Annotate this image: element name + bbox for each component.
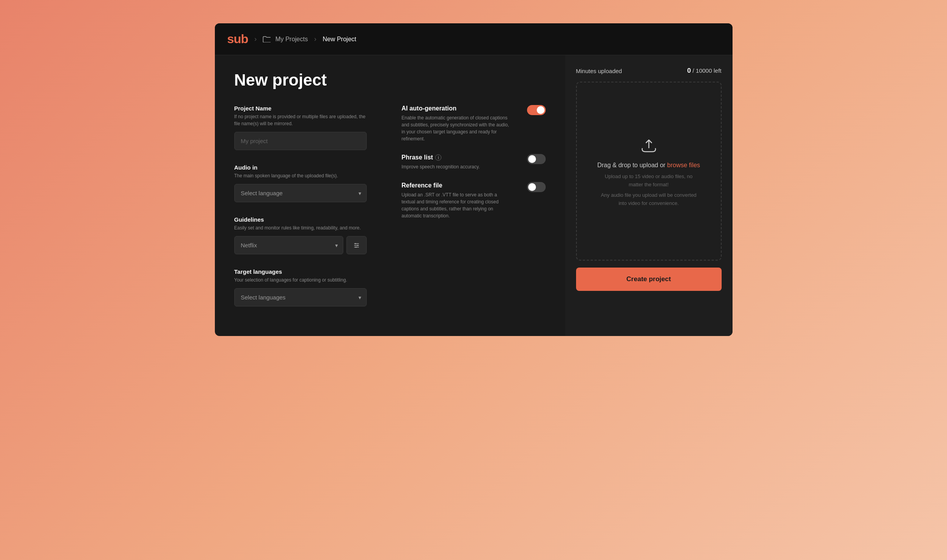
guidelines-desc: Easily set and monitor rules like timing… xyxy=(234,224,367,231)
ai-autogeneration-title: AI auto-generation xyxy=(402,105,511,112)
ai-autogeneration-text: AI auto-generation Enable the automatic … xyxy=(402,105,511,142)
form-left-col: Project Name If no project name is provi… xyxy=(234,105,378,320)
logo: sub xyxy=(227,32,248,46)
browse-files-link[interactable]: browse files xyxy=(667,162,700,168)
svg-point-3 xyxy=(355,243,356,244)
reference-file-header: Reference file Upload an .SRT or .VTT fi… xyxy=(402,182,546,219)
upload-prompt: Drag & drop to upload or xyxy=(597,162,665,168)
minutes-value: 0 / 10000 left xyxy=(687,67,722,75)
reference-file-text: Reference file Upload an .SRT or .VTT fi… xyxy=(402,182,511,219)
guidelines-select-wrapper: Netflix Custom None ▾ xyxy=(234,236,343,254)
form-columns: Project Name If no project name is provi… xyxy=(234,105,546,320)
main-content: New project Project Name If no project n… xyxy=(215,55,733,336)
audio-in-section: Audio in The main spoken language of the… xyxy=(234,164,378,202)
target-languages-section: Target languages Your selection of langu… xyxy=(234,268,378,306)
breadcrumb-separator-2: › xyxy=(314,35,316,43)
reference-file-toggle[interactable] xyxy=(527,182,546,192)
ai-settings-col: AI auto-generation Enable the automatic … xyxy=(402,105,546,320)
audio-in-label: Audio in xyxy=(234,164,378,171)
reference-file-section: Reference file Upload an .SRT or .VTT fi… xyxy=(402,182,546,219)
audio-in-select-wrapper: Select language ▾ xyxy=(234,184,367,202)
left-panel: New project Project Name If no project n… xyxy=(215,55,565,336)
guidelines-section: Guidelines Easily set and monitor rules … xyxy=(234,216,378,254)
phrase-list-section: Phrase list i Improve speech recognition… xyxy=(402,154,546,170)
project-name-input[interactable] xyxy=(234,132,367,150)
minutes-label: Minutes uploaded xyxy=(576,68,622,74)
minutes-total: 10000 xyxy=(696,67,712,74)
breadcrumb-separator: › xyxy=(254,35,257,43)
svg-point-5 xyxy=(355,247,357,248)
target-languages-desc: Your selection of languages for captioni… xyxy=(234,276,367,284)
phrase-list-toggle[interactable] xyxy=(527,154,546,164)
my-projects-link[interactable]: My Projects xyxy=(275,36,308,43)
svg-point-4 xyxy=(357,245,358,246)
guidelines-select[interactable]: Netflix Custom None xyxy=(234,236,343,254)
settings-icon xyxy=(353,242,360,249)
phrase-list-info-icon[interactable]: i xyxy=(435,154,441,161)
toggle-slider xyxy=(527,105,546,115)
upload-icon xyxy=(638,135,659,156)
minutes-row: Minutes uploaded 0 / 10000 left xyxy=(576,67,722,75)
ai-autogeneration-section: AI auto-generation Enable the automatic … xyxy=(402,105,546,142)
target-languages-label: Target languages xyxy=(234,268,378,275)
folder-icon xyxy=(263,36,271,42)
upload-desc-line1: Upload up to 15 video or audio files, no… xyxy=(598,173,699,189)
phrase-list-slider xyxy=(527,154,546,164)
minutes-sep: / xyxy=(692,67,696,74)
target-languages-select-wrapper: Select languages ▾ xyxy=(234,288,367,306)
phrase-list-header: Phrase list i Improve speech recognition… xyxy=(402,154,546,170)
phrase-list-text: Phrase list i Improve speech recognition… xyxy=(402,154,480,170)
create-project-button[interactable]: Create project xyxy=(576,268,722,291)
upload-zone[interactable]: Drag & drop to upload or browse files Up… xyxy=(576,82,722,261)
phrase-list-desc: Improve speech recognition accuracy. xyxy=(402,163,480,170)
guidelines-row: Netflix Custom None ▾ xyxy=(234,236,378,254)
audio-in-desc: The main spoken language of the uploaded… xyxy=(234,172,367,179)
reference-file-desc: Upload an .SRT or .VTT file to serve as … xyxy=(402,191,511,219)
upload-desc-line2: Any audio file you upload will be conver… xyxy=(598,191,699,208)
target-languages-select[interactable]: Select languages xyxy=(234,288,367,306)
project-name-label: Project Name xyxy=(234,105,378,112)
minutes-left: left xyxy=(713,67,721,74)
project-name-desc: If no project name is provided or multip… xyxy=(234,113,367,127)
minutes-current: 0 xyxy=(687,67,691,74)
reference-file-title: Reference file xyxy=(402,182,511,189)
page-title: New project xyxy=(234,71,546,89)
phrase-list-title: Phrase list i xyxy=(402,154,480,161)
ai-autogeneration-desc: Enable the automatic generation of close… xyxy=(402,114,511,142)
current-page-label: New Project xyxy=(323,36,356,43)
ai-autogeneration-header: AI auto-generation Enable the automatic … xyxy=(402,105,546,142)
audio-in-select[interactable]: Select language xyxy=(234,184,367,202)
nav-bar: sub › My Projects › New Project xyxy=(215,23,733,55)
right-panel: Minutes uploaded 0 / 10000 left xyxy=(565,55,733,336)
project-name-section: Project Name If no project name is provi… xyxy=(234,105,378,150)
guidelines-settings-button[interactable] xyxy=(346,236,367,254)
reference-file-slider xyxy=(527,182,546,192)
upload-title: Drag & drop to upload or browse files xyxy=(597,162,700,169)
upload-top: Minutes uploaded 0 / 10000 left xyxy=(565,55,733,261)
guidelines-label: Guidelines xyxy=(234,216,378,223)
app-window: sub › My Projects › New Project New proj… xyxy=(215,23,733,336)
ai-autogeneration-toggle[interactable] xyxy=(527,105,546,115)
